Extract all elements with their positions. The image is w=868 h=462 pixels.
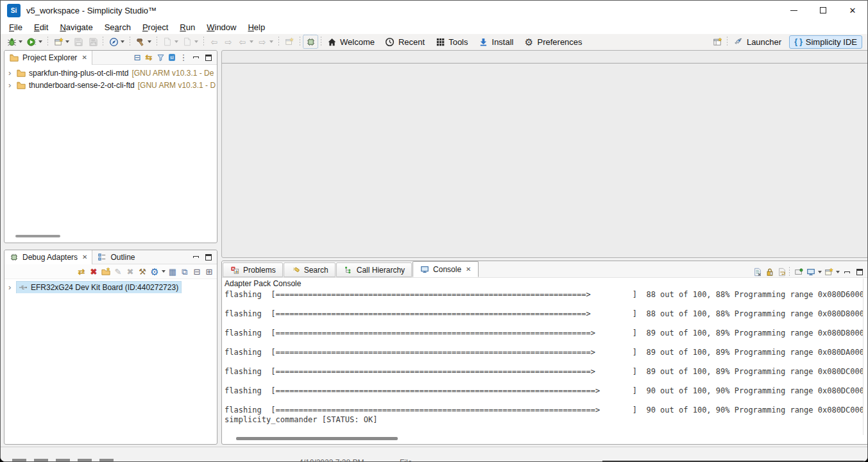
- perspective-launcher-button[interactable]: Launcher: [729, 35, 785, 48]
- menu-file[interactable]: File: [3, 21, 28, 34]
- menu-project[interactable]: Project: [137, 21, 174, 34]
- device-flash-button[interactable]: [303, 35, 318, 48]
- settings-gear-icon[interactable]: ⚙: [149, 266, 160, 277]
- tab-search[interactable]: Search: [284, 262, 336, 277]
- tab-project-explorer[interactable]: Project Explorer ✕: [4, 51, 92, 65]
- link-with-editor-icon[interactable]: ⇆: [144, 53, 154, 63]
- editor-area[interactable]: [221, 50, 868, 258]
- menu-navigate[interactable]: Navigate: [54, 21, 98, 34]
- save-button[interactable]: [71, 35, 85, 48]
- project-explorer-tab-label: Project Explorer: [22, 53, 77, 62]
- install-button[interactable]: Install: [477, 35, 516, 48]
- collapse-all-icon[interactable]: ⊟: [192, 266, 202, 277]
- open-resource-button[interactable]: [282, 35, 296, 48]
- run-dropdown[interactable]: [38, 40, 42, 43]
- expander-icon[interactable]: ›: [8, 80, 16, 90]
- build-dropdown[interactable]: [148, 40, 151, 43]
- console-output[interactable]: flashing [==============================…: [225, 290, 863, 434]
- menu-window[interactable]: Window: [201, 21, 242, 34]
- update-dropdown[interactable]: [194, 40, 198, 43]
- maximize-view-button[interactable]: [203, 53, 214, 63]
- maximize-view-icon: [205, 55, 212, 61]
- view-table-icon[interactable]: ▦: [167, 266, 178, 277]
- expand-all-icon[interactable]: ⊞: [204, 266, 214, 277]
- word-wrap-icon[interactable]: [777, 267, 787, 277]
- filter-icon[interactable]: [155, 53, 166, 63]
- tab-debug-adapters[interactable]: Debug Adapters ✕: [4, 250, 92, 264]
- open-perspective-button[interactable]: [711, 35, 725, 48]
- tab-problems[interactable]: Problems: [223, 262, 283, 277]
- minimize-view-button[interactable]: [190, 252, 201, 262]
- pin-console-icon[interactable]: [794, 267, 804, 277]
- display-console-icon[interactable]: [806, 267, 816, 277]
- back-dropdown[interactable]: [250, 40, 253, 43]
- expander-icon[interactable]: ›: [8, 68, 16, 78]
- display-console-dropdown[interactable]: [818, 271, 822, 273]
- menu-help[interactable]: Help: [242, 21, 271, 34]
- settings-gear-dropdown[interactable]: [162, 270, 166, 273]
- collapse-all-icon[interactable]: ⊟: [132, 53, 142, 63]
- maximize-view-button[interactable]: [854, 267, 865, 277]
- recent-button[interactable]: Recent: [383, 35, 427, 48]
- new-group-icon[interactable]: [101, 266, 111, 277]
- grid-icon: [435, 37, 445, 47]
- forward-annotation-button[interactable]: ⇨: [221, 35, 235, 48]
- commit-dropdown[interactable]: [174, 40, 178, 43]
- tab-close-icon[interactable]: ✕: [81, 54, 87, 61]
- console-line: simplicity_commander [STATUS: OK]: [225, 415, 863, 425]
- forward-button[interactable]: ⇨: [255, 35, 275, 48]
- maximize-button[interactable]: [808, 1, 838, 20]
- tab-call-hierarchy[interactable]: Call Hierarchy: [336, 262, 412, 277]
- new-wizard-dropdown[interactable]: [65, 40, 69, 43]
- external-browser-button[interactable]: [106, 35, 126, 48]
- new-wizard-button[interactable]: [51, 35, 71, 48]
- menu-run[interactable]: Run: [174, 21, 201, 34]
- tab-close-icon[interactable]: ✕: [466, 266, 471, 273]
- tab-console[interactable]: Console ✕: [413, 261, 478, 277]
- tools-button[interactable]: Tools: [433, 35, 470, 48]
- debug-button[interactable]: [4, 35, 24, 48]
- copy-view-icon[interactable]: ⧉: [180, 266, 190, 277]
- open-console-icon[interactable]: [824, 267, 834, 277]
- horizontal-scrollbar-thumb[interactable]: [15, 235, 60, 237]
- back-annotation-button[interactable]: ⇦: [207, 35, 221, 48]
- maximize-view-button[interactable]: [203, 252, 214, 262]
- save-all-button[interactable]: [85, 35, 99, 48]
- scroll-lock-icon[interactable]: [765, 267, 775, 277]
- search-tab-label: Search: [304, 266, 328, 275]
- preferences-button[interactable]: ⚙Preferences: [522, 35, 584, 48]
- close-button[interactable]: ✕: [838, 1, 867, 20]
- menu-edit[interactable]: Edit: [28, 21, 54, 34]
- tab-outline[interactable]: Outline: [92, 250, 139, 264]
- external-browser-dropdown[interactable]: [121, 40, 124, 43]
- view-menu-icon[interactable]: ⋮: [178, 53, 189, 63]
- disconnect-icon[interactable]: ✖: [89, 266, 99, 277]
- menu-search[interactable]: Search: [99, 21, 137, 34]
- minimize-view-button[interactable]: [841, 267, 853, 277]
- forward-dropdown[interactable]: [269, 40, 273, 43]
- tree-row-project[interactable]: › thunderboard-sense-2-ot-cli-ftd [GNU A…: [4, 79, 217, 91]
- rename-icon[interactable]: ✎: [113, 266, 123, 277]
- connect-icon[interactable]: ⇄: [76, 266, 87, 277]
- expander-icon[interactable]: ›: [8, 282, 16, 292]
- device-tools-icon[interactable]: ⚒: [137, 266, 148, 277]
- welcome-button[interactable]: Welcome: [325, 35, 377, 48]
- team-update-button[interactable]: [180, 35, 200, 48]
- tab-close-icon[interactable]: ✕: [82, 253, 87, 261]
- focus-on-si-icon[interactable]: si: [167, 53, 177, 63]
- build-button[interactable]: [133, 35, 153, 48]
- run-button[interactable]: [24, 35, 44, 48]
- open-console-dropdown[interactable]: [836, 271, 840, 273]
- minimize-view-button[interactable]: [190, 53, 201, 63]
- debug-dropdown[interactable]: [19, 40, 22, 43]
- back-button[interactable]: ⇦: [235, 35, 255, 48]
- console-vertical-scrollbar[interactable]: [863, 278, 864, 435]
- minimize-button[interactable]: [779, 1, 808, 20]
- team-commit-button[interactable]: [160, 35, 180, 48]
- console-horizontal-scrollbar-thumb[interactable]: [236, 437, 398, 440]
- tree-row-project[interactable]: › sparkfun-thing-plus-ot-cli-mtd [GNU AR…: [4, 67, 217, 79]
- clear-console-icon[interactable]: [753, 267, 763, 277]
- perspective-simplicity-ide-button[interactable]: { }Simplicity IDE: [789, 35, 862, 49]
- tree-row-adapter[interactable]: › EFR32xG24 Dev Kit Board (ID:440272723): [4, 281, 217, 293]
- delete-icon[interactable]: ✖: [125, 266, 135, 277]
